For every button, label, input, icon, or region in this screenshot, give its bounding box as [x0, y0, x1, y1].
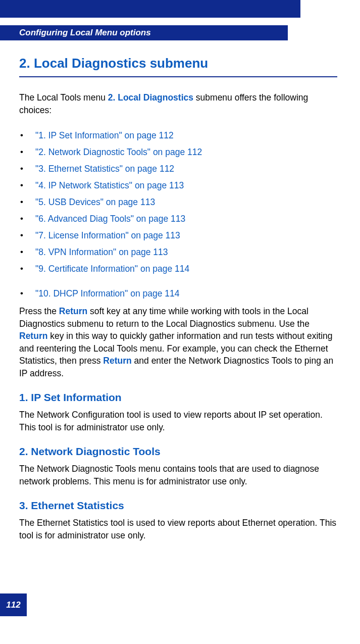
list-item: "5. USB Devices" on page 113 — [19, 197, 337, 208]
return-key-1: Return — [59, 306, 87, 316]
section-heading-ethernet: 3. Ethernet Statistics — [19, 500, 337, 512]
submenu-list: "1. IP Set Information" on page 112 "2. … — [19, 130, 337, 274]
section-body-ip-set: The Network Configuration tool is used t… — [19, 409, 337, 433]
link-usb-devices[interactable]: "5. USB Devices" on page 113 — [35, 197, 155, 207]
page-number-box: 112 — [0, 593, 27, 616]
section-heading-ip-set: 1. IP Set Information — [19, 391, 337, 404]
list-item: "2. Network Diagnostic Tools" on page 11… — [19, 147, 337, 158]
return-key-2: Return — [19, 331, 47, 341]
intro-paragraph: The Local Tools menu 2. Local Diagnostic… — [19, 91, 337, 116]
link-license-info[interactable]: "7. License Information" on page 113 — [35, 230, 180, 240]
list-item: "8. VPN Information" on page 113 — [19, 247, 337, 258]
list-item: "10. DHCP Information" on page 114 — [19, 288, 337, 299]
link-ethernet-stats[interactable]: "3. Ethernet Statistics" on page 112 — [35, 164, 174, 174]
intro-prefix: The Local Tools menu — [19, 92, 108, 103]
link-ip-network-stats[interactable]: "4. IP Network Statistics" on page 113 — [35, 180, 184, 190]
section-heading-network-diag: 2. Network Diagnostic Tools — [19, 445, 337, 458]
running-head-text: Configuring Local Menu options — [19, 28, 151, 38]
link-dhcp-info[interactable]: "10. DHCP Information" on page 114 — [35, 288, 179, 299]
list-item: "6. Advanced Diag Tools" on page 113 — [19, 214, 337, 224]
submenu-list-2: "10. DHCP Information" on page 114 — [19, 288, 337, 299]
list-item: "3. Ethernet Statistics" on page 112 — [19, 164, 337, 174]
top-color-bar — [0, 0, 300, 18]
link-network-diag-tools[interactable]: "2. Network Diagnostic Tools" on page 11… — [35, 147, 202, 157]
list-item: "1. IP Set Information" on page 112 — [19, 130, 337, 141]
page-number: 112 — [6, 600, 20, 610]
link-vpn-info[interactable]: "8. VPN Information" on page 113 — [35, 247, 168, 257]
main-heading: 2. Local Diagnostics submenu — [19, 56, 337, 71]
list-item: "4. IP Network Statistics" on page 113 — [19, 180, 337, 191]
link-cert-info[interactable]: "9. Certificate Information" on page 114 — [35, 264, 189, 274]
return-key-3: Return — [103, 356, 131, 366]
heading-rule — [19, 76, 337, 77]
link-ip-set-info[interactable]: "1. IP Set Information" on page 112 — [35, 130, 174, 140]
section-body-network-diag: The Network Diagnostic Tools menu contai… — [19, 463, 337, 487]
link-advanced-diag[interactable]: "6. Advanced Diag Tools" on page 113 — [35, 214, 185, 224]
return-key-paragraph: Press the Return soft key at any time wh… — [19, 305, 337, 379]
section-body-ethernet: The Ethernet Statistics tool is used to … — [19, 517, 337, 541]
page-content: 2. Local Diagnostics submenu The Local T… — [19, 56, 337, 554]
list-item: "7. License Information" on page 113 — [19, 230, 337, 241]
list-item: "9. Certificate Information" on page 114 — [19, 264, 337, 274]
intro-bold: 2. Local Diagnostics — [108, 92, 193, 103]
running-head-bar: Configuring Local Menu options — [0, 25, 288, 40]
